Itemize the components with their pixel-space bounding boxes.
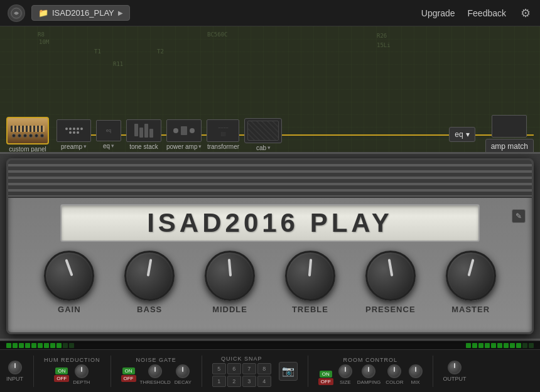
connector-dot — [69, 131, 72, 134]
input-label: INPUT — [6, 376, 23, 382]
ng-off[interactable]: OFF — [121, 375, 136, 382]
presence-knob[interactable] — [365, 251, 416, 301]
snap-button[interactable]: 1 — [212, 376, 226, 387]
output-label: OUTPUT — [443, 376, 467, 382]
circuit-label-bc560c: BC560C — [207, 31, 228, 38]
dropdown-icon: ▾ — [111, 143, 114, 149]
quick-snap-label: QUICK SNAP — [221, 356, 262, 362]
top-bar: 📁 ISAD2016_PLAY ▶ Upgrade Feedback ⚙ — [0, 0, 540, 26]
circuit-label-r8: R8 — [38, 31, 45, 38]
master-knob[interactable] — [446, 251, 496, 301]
feedback-link[interactable]: Feedback — [468, 8, 506, 18]
room-mix-knob[interactable] — [409, 364, 423, 378]
hum-reduction-inner: ON OFF DEPTH — [54, 364, 90, 385]
chain-item-power-amp[interactable]: power amp ▾ — [166, 119, 202, 150]
meter-segment — [63, 343, 68, 348]
edit-icon[interactable]: ✎ — [512, 209, 526, 223]
room-mix-label: MIX — [411, 379, 419, 385]
connector-dot — [77, 131, 79, 134]
ng-decay-label: DECAY — [175, 379, 192, 385]
gain-label: GAIN — [58, 305, 81, 314]
camera-button[interactable]: 📷 — [279, 362, 298, 381]
input-knob[interactable] — [8, 361, 22, 374]
bass-label: BASS — [137, 305, 162, 314]
room-color-knob[interactable] — [387, 364, 401, 378]
chain-item-transformer[interactable]: ~~~~ |||| transformer — [207, 119, 239, 150]
settings-icon[interactable]: ⚙ — [519, 6, 532, 20]
ng-on[interactable]: ON — [122, 368, 135, 374]
cab-thumb — [244, 118, 282, 143]
amp-match-button[interactable]: amp match — [485, 139, 534, 152]
chain-item-cab[interactable]: cab ▾ — [244, 118, 282, 151]
meter-segment — [38, 343, 43, 348]
hum-depth-section: DEPTH — [73, 364, 90, 385]
middle-knob[interactable] — [205, 251, 255, 301]
ng-threshold-knob[interactable] — [148, 364, 162, 378]
hum-on[interactable]: ON — [55, 368, 68, 374]
room-toggle[interactable]: ON OFF — [318, 371, 333, 385]
circuit-label-10m: 10M — [39, 39, 49, 45]
snap-grid: 56781234 — [212, 363, 271, 387]
room-on[interactable]: ON — [320, 371, 332, 378]
circuit-label-r26: R26 — [377, 33, 387, 39]
eq-right-button[interactable]: eq ▾ — [449, 127, 475, 142]
input-group: INPUT — [6, 361, 23, 382]
output-group: OUTPUT — [443, 361, 467, 382]
snap-button[interactable]: 2 — [227, 376, 241, 387]
chain-item-custom-panel[interactable]: custom panel — [6, 117, 49, 153]
ng-toggle[interactable]: ON OFF — [121, 368, 136, 382]
treble-knob[interactable] — [285, 251, 335, 301]
room-damping-knob[interactable] — [362, 364, 375, 378]
dropdown-icon: ▾ — [198, 143, 202, 150]
eq-chain-thumb: eq — [96, 120, 121, 141]
snap-button[interactable]: 3 — [242, 376, 256, 387]
hum-off[interactable]: OFF — [54, 375, 69, 382]
meter-segment — [504, 343, 509, 348]
snap-button[interactable]: 5 — [212, 363, 226, 374]
room-knobs: ON OFF SIZE DAMPING COLOR MIX — [318, 364, 423, 385]
custom-panel-thumb — [6, 117, 49, 144]
preset-selector[interactable]: 📁 ISAD2016_PLAY ▶ — [31, 5, 130, 21]
chain-item-tone-stack[interactable]: tone stack — [126, 119, 161, 150]
treble-label: TREBLE — [292, 305, 328, 314]
amp-knobs-row — [12, 134, 44, 138]
meter-bar-right — [466, 343, 534, 348]
room-size-knob[interactable] — [338, 364, 352, 378]
snap-button[interactable]: 4 — [257, 376, 271, 387]
presence-label: PRESENCE — [365, 305, 416, 314]
amp-grille-bars — [8, 160, 532, 198]
bass-knob[interactable] — [124, 251, 175, 301]
room-control-section: ROOM CONTROL ON OFF SIZE DAMPING COLOR — [318, 357, 423, 385]
ng-threshold-label: THRESHOLD — [140, 379, 171, 385]
hum-depth-label: DEPTH — [73, 379, 90, 385]
ng-decay-knob[interactable] — [176, 364, 190, 378]
meter-segment — [50, 343, 55, 348]
hum-depth-knob[interactable] — [75, 364, 89, 378]
meter-segment — [522, 343, 527, 348]
master-label: MASTER — [451, 305, 490, 314]
noise-gate-label: NOISE GATE — [136, 357, 176, 363]
connector-dot — [73, 128, 75, 130]
snap-button[interactable]: 6 — [227, 363, 241, 374]
preset-arrow-icon: ▶ — [118, 9, 123, 16]
connector-row — [69, 131, 79, 134]
amp-knob-sm — [29, 134, 33, 138]
snap-button[interactable]: 7 — [242, 363, 256, 374]
amp-face: ISAD2016 PLAY ✎ GAIN BASS MIDDLE TREBLE — [6, 158, 534, 334]
gain-knob[interactable] — [44, 251, 94, 301]
knob-group-middle: MIDDLE — [205, 251, 255, 314]
connector-dot — [77, 128, 79, 130]
snap-button[interactable]: 8 — [257, 363, 271, 374]
connector-dot — [73, 131, 75, 134]
chain-item-eq[interactable]: eq eq ▾ — [96, 120, 121, 150]
room-off[interactable]: OFF — [318, 378, 333, 385]
transformer-label: transformer — [207, 143, 239, 150]
eq-right-section: eq ▾ amp match — [449, 115, 534, 152]
quick-snap-section: QUICK SNAP 56781234 — [212, 356, 271, 387]
top-bar-left: 📁 ISAD2016_PLAY ▶ — [8, 4, 130, 22]
chain-item-preamp[interactable]: preamp ▾ — [57, 119, 91, 150]
circuit-label-t2: T2 — [157, 48, 164, 55]
hum-toggle[interactable]: ON OFF — [54, 368, 69, 382]
output-knob[interactable] — [448, 361, 462, 374]
upgrade-link[interactable]: Upgrade — [421, 8, 455, 18]
